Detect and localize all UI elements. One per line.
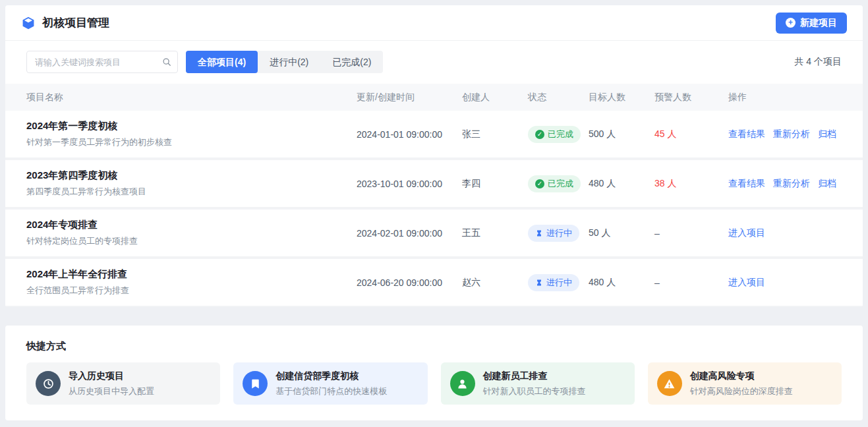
status-cell: ✓ 已完成 xyxy=(528,126,589,143)
shortcut-desc: 从历史项目中导入配置 xyxy=(69,385,154,397)
cube-icon xyxy=(21,16,36,30)
project-name: 2024年上半年全行排查 xyxy=(26,268,357,281)
plus-icon: + xyxy=(786,18,796,28)
status-label: 进行中 xyxy=(546,227,572,239)
row-actions: 查看结果重新分析归档 xyxy=(728,128,842,140)
status-cell: ✓ 已完成 xyxy=(528,175,589,192)
warning-count: 45 人 xyxy=(654,128,728,140)
shortcut-icon-circle xyxy=(36,371,61,396)
project-time: 2023-10-01 09:00:00 xyxy=(357,179,462,189)
status-label: 进行中 xyxy=(546,277,572,289)
warning-count: – xyxy=(654,277,728,288)
shortcut-icon-circle xyxy=(450,371,475,396)
row-actions: 进入项目 xyxy=(728,277,842,289)
column-header: 状态 xyxy=(528,92,589,103)
status-cell: ✓ 进行中 xyxy=(528,225,589,242)
project-desc: 针对第一季度员工异常行为的初步核查 xyxy=(26,136,357,148)
table-header: 项目名称更新/创建时间创建人状态目标人数预警人数操作 xyxy=(5,84,863,111)
table-row[interactable]: 2024年专项排查 针对特定岗位员工的专项排查 2024-02-01 09:00… xyxy=(5,210,863,256)
row-actions: 查看结果重新分析归档 xyxy=(728,178,842,190)
shortcuts-title: 快捷方式 xyxy=(26,340,842,353)
action-link[interactable]: 归档 xyxy=(818,128,836,140)
shortcut-desc: 针对新入职员工的专项排查 xyxy=(483,385,586,397)
check-circle-icon: ✓ xyxy=(535,179,544,188)
page: 初核项目管理 + 新建项目 全部项目(4)进行中(2)已完成(2) 共 4 个项… xyxy=(0,0,868,427)
project-name-cell: 2024年专项排查 针对特定岗位员工的专项排查 xyxy=(26,219,357,247)
shortcut-text: 创建高风险专项 针对高风险岗位的深度排查 xyxy=(690,370,793,397)
action-link[interactable]: 重新分析 xyxy=(773,128,810,140)
shortcut-title: 导入历史项目 xyxy=(69,370,154,382)
action-link[interactable]: 进入项目 xyxy=(728,227,765,239)
shortcut-card[interactable]: 创建高风险专项 针对高风险岗位的深度排查 xyxy=(648,362,842,405)
warning-icon xyxy=(663,378,676,390)
project-desc: 第四季度员工异常行为核查项目 xyxy=(26,186,357,198)
tab[interactable]: 已完成(2) xyxy=(320,51,383,73)
tab[interactable]: 进行中(2) xyxy=(258,51,320,73)
project-name: 2024年第一季度初核 xyxy=(26,120,357,132)
shortcut-desc: 针对高风险岗位的深度排查 xyxy=(690,385,793,397)
action-link[interactable]: 归档 xyxy=(818,178,836,190)
project-time: 2024-01-01 09:00:00 xyxy=(357,129,462,140)
total-count: 共 4 个项目 xyxy=(794,56,842,68)
project-name-cell: 2024年第一季度初核 针对第一季度员工异常行为的初步核查 xyxy=(26,120,357,148)
warning-count: – xyxy=(654,228,728,239)
status-cell: ✓ 进行中 xyxy=(528,274,589,291)
shortcut-card[interactable]: 导入历史项目 从历史项目中导入配置 xyxy=(26,362,220,405)
action-link[interactable]: 重新分析 xyxy=(773,178,810,190)
target-count: 500 人 xyxy=(589,128,654,140)
action-link[interactable]: 查看结果 xyxy=(728,128,765,140)
shortcut-text: 创建新员工排查 针对新入职员工的专项排查 xyxy=(483,370,586,397)
project-tabs: 全部项目(4)进行中(2)已完成(2) xyxy=(186,51,383,73)
column-header: 更新/创建时间 xyxy=(357,92,462,103)
clock-icon xyxy=(42,378,55,390)
page-title: 初核项目管理 xyxy=(42,15,109,30)
search-input[interactable] xyxy=(26,51,178,73)
project-table: 2024年第一季度初核 针对第一季度员工异常行为的初步核查 2024-01-01… xyxy=(5,111,863,307)
project-creator: 赵六 xyxy=(462,277,528,289)
status-badge: ✓ 进行中 xyxy=(528,225,579,242)
column-header: 项目名称 xyxy=(26,92,357,103)
new-project-button[interactable]: + 新建项目 xyxy=(776,13,847,34)
shortcut-desc: 基于信贷部门特点的快速模板 xyxy=(275,385,387,397)
project-creator: 王五 xyxy=(462,227,528,239)
shortcut-card[interactable]: 创建新员工排查 针对新入职员工的专项排查 xyxy=(441,362,635,405)
shortcuts-panel: 快捷方式 xyxy=(5,326,863,420)
warning-count: 38 人 xyxy=(654,178,728,190)
row-actions: 进入项目 xyxy=(728,227,842,239)
search-icon[interactable] xyxy=(162,57,171,67)
project-desc: 全行范围员工异常行为排查 xyxy=(26,285,357,297)
table-row[interactable]: 2023年第四季度初核 第四季度员工异常行为核查项目 2023-10-01 09… xyxy=(5,160,863,207)
column-header: 预警人数 xyxy=(654,92,728,103)
shortcut-text: 创建信贷部季度初核 基于信贷部门特点的快速模板 xyxy=(275,370,387,397)
action-link[interactable]: 进入项目 xyxy=(728,277,765,289)
shortcut-icon-circle xyxy=(243,371,268,396)
shortcut-card[interactable]: 创建信贷部季度初核 基于信贷部门特点的快速模板 xyxy=(233,362,427,405)
hourglass-icon xyxy=(535,279,543,287)
project-creator: 李四 xyxy=(462,178,528,190)
table-row[interactable]: 2024年第一季度初核 针对第一季度员工异常行为的初步核查 2024-01-01… xyxy=(5,111,863,157)
project-management-panel: 初核项目管理 + 新建项目 全部项目(4)进行中(2)已完成(2) 共 4 个项… xyxy=(5,5,863,307)
shortcut-title: 创建信贷部季度初核 xyxy=(275,370,387,382)
project-name: 2024年专项排查 xyxy=(26,219,357,231)
new-project-label: 新建项目 xyxy=(800,17,837,29)
panel-header: 初核项目管理 + 新建项目 xyxy=(5,5,863,41)
column-header: 创建人 xyxy=(462,92,528,103)
toolbar: 全部项目(4)进行中(2)已完成(2) 共 4 个项目 xyxy=(5,41,863,84)
project-name: 2023年第四季度初核 xyxy=(26,169,357,182)
project-desc: 针对特定岗位员工的专项排查 xyxy=(26,235,357,247)
project-time: 2024-06-20 09:00:00 xyxy=(357,277,462,288)
user-icon xyxy=(456,378,469,390)
column-header: 操作 xyxy=(728,92,842,103)
action-link[interactable]: 查看结果 xyxy=(728,178,765,190)
target-count: 480 人 xyxy=(589,178,654,190)
column-header: 目标人数 xyxy=(589,92,654,103)
status-badge: ✓ 已完成 xyxy=(528,175,581,192)
project-name-cell: 2024年上半年全行排查 全行范围员工异常行为排查 xyxy=(26,268,357,297)
hourglass-icon xyxy=(535,229,543,237)
table-row[interactable]: 2024年上半年全行排查 全行范围员工异常行为排查 2024-06-20 09:… xyxy=(5,259,863,306)
status-label: 已完成 xyxy=(548,178,573,190)
project-time: 2024-02-01 09:00:00 xyxy=(357,228,462,239)
shortcut-title: 创建高风险专项 xyxy=(690,370,793,382)
target-count: 50 人 xyxy=(589,227,654,239)
tab[interactable]: 全部项目(4) xyxy=(186,51,258,73)
